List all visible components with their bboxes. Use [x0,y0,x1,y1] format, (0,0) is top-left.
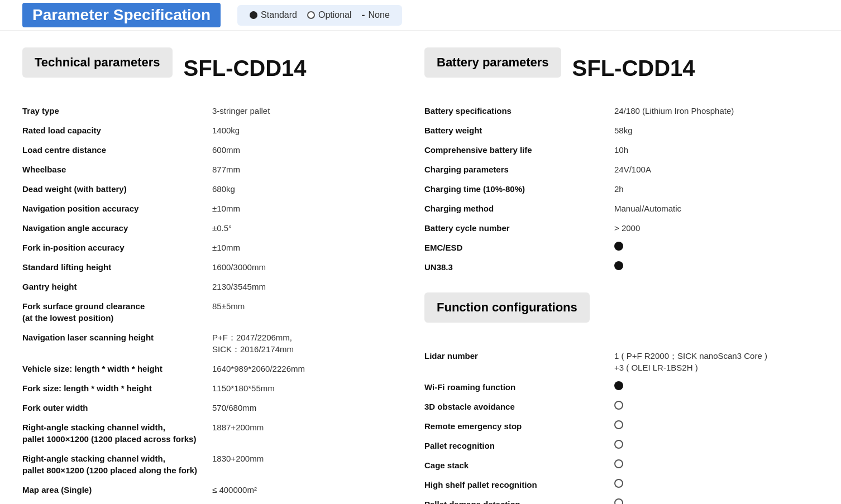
table-row: Gantry height2130/3545mm [22,277,402,296]
table-row: Wheelbase877mm [22,160,402,179]
param-label: Right-angle stacking channel width, pall… [22,453,212,476]
param-value [614,459,819,471]
header: Parameter Specification Standard Optiona… [0,0,841,31]
function-header-row: Function configurations [424,292,819,334]
table-row: Dead weight (with battery)680kg [22,179,402,199]
param-value: 1150*180*55mm [212,382,402,394]
param-label: Navigation position accuracy [22,203,212,214]
param-value: 85±5mm [212,300,402,312]
param-label: Navigation laser scanning height [22,332,212,343]
param-label: Load centre distance [22,144,212,156]
table-row: Battery specifications24/180 (Lithium Ir… [424,101,819,121]
table-row: Navigation angle accuracy±0.5° [22,218,402,238]
table-row: Fork surface ground clearance (at the lo… [22,296,402,328]
empty-dot-icon [614,459,623,468]
param-value: 570/680mm [212,402,402,414]
param-label: Gantry height [22,281,212,292]
param-label: Cage stack [424,459,614,471]
param-value: 1640*989*2060/2226mm [212,363,402,375]
param-label: Comprehensive battery life [424,144,614,156]
param-label: Map area (Single) [22,484,212,496]
optional-dot-icon [307,11,315,19]
table-row: Tray type3-stringer pallet [22,101,402,121]
param-label: Fork outer width [22,402,212,414]
param-value: Manual/Automatic [614,203,819,214]
none-label: None [369,10,390,20]
param-value: ±10mm [212,203,402,214]
param-value: ≤ 400000m² [212,484,402,496]
param-value: 3-stringer pallet [212,105,402,117]
legend: Standard Optional - None [237,5,402,26]
empty-dot-icon [614,479,623,488]
param-label: Charging parameters [424,164,614,175]
legend-optional: Optional [307,10,352,20]
table-row: Wi-Fi roaming function [424,377,819,397]
empty-dot-icon [614,401,623,410]
param-label: Fork in-position accuracy [22,242,212,253]
param-value: 680kg [212,183,402,195]
table-row: Lidar number1 ( P+F R2000；SICK nanoScan3… [424,346,819,377]
page-title: Parameter Specification [22,3,221,27]
filled-dot-icon [614,242,623,251]
param-value: > 2000 [614,222,819,234]
battery-model: SFL-CDD14 [572,56,695,81]
param-value: 2130/3545mm [212,281,402,292]
empty-dot-icon [614,420,623,429]
optional-label: Optional [318,10,352,20]
standard-dot-icon [250,11,257,19]
table-row: Remote emergency stop [424,416,819,436]
function-table: Lidar number1 ( P+F R2000；SICK nanoScan3… [424,346,819,504]
param-value: ±0.5° [212,222,402,234]
technical-section-label: Technical parameters [22,47,173,78]
param-label: Remote emergency stop [424,420,614,432]
filled-dot-icon [614,381,623,390]
param-value: 877mm [212,164,402,175]
table-row: Right-angle stacking channel width, pall… [22,449,402,480]
technical-table: Tray type3-stringer palletRated load cap… [22,101,402,504]
param-value [614,440,819,452]
table-row: Battery cycle number> 2000 [424,218,819,238]
table-row: Fork outer width570/680mm [22,398,402,417]
param-label: Rated load capacity [22,124,212,136]
technical-model: SFL-CDD14 [184,56,307,81]
function-section-label: Function configurations [424,292,590,323]
param-value [614,381,819,393]
param-value [614,498,819,504]
table-row: Cage stack [424,455,819,475]
param-label: Tray type [22,105,212,117]
param-label: 3D obstacle avoidance [424,401,614,412]
table-row: Standard lifting height1600/3000mm [22,257,402,277]
param-value: 24/180 (Lithium Iron Phosphate) [614,105,819,117]
param-label: Right-angle stacking channel width, pall… [22,421,212,445]
table-row: Map area (Single)≤ 400000m² [22,480,402,500]
param-label: Fork size: length * width * height [22,382,212,394]
param-value [614,420,819,432]
param-value: 1887+200mm [212,421,402,433]
right-column: Battery parameters SFL-CDD14 Battery spe… [424,47,819,504]
param-label: Fork surface ground clearance (at the lo… [22,300,212,324]
battery-header-row: Battery parameters SFL-CDD14 [424,47,819,89]
param-label: Pallet recognition [424,440,614,452]
param-label: Vehicle size: length * width * height [22,363,212,375]
table-row: Vehicle size: length * width * height164… [22,359,402,378]
table-row: Charging parameters24V/100A [424,160,819,179]
battery-table: Battery specifications24/180 (Lithium Ir… [424,101,819,277]
param-value: P+F：2047/2206mm, SICK：2016/2174mm [212,332,402,355]
table-row: Minimum turning radius1182+200mm [22,500,402,504]
param-label: Battery specifications [424,105,614,117]
param-value: 1600/3000mm [212,261,402,273]
table-row: Navigation laser scanning heightP+F：2047… [22,328,402,359]
battery-section-label: Battery parameters [424,47,561,78]
legend-none: - None [362,9,390,21]
param-label: Wheelbase [22,164,212,175]
param-label: Navigation angle accuracy [22,222,212,234]
table-row: Pallet damage detection [424,495,819,504]
param-label: EMC/ESD [424,242,614,253]
table-row: Charging methodManual/Automatic [424,199,819,218]
table-row: Rated load capacity1400kg [22,121,402,140]
param-label: Battery weight [424,124,614,136]
table-row: Navigation position accuracy±10mm [22,199,402,218]
none-dash: - [362,9,365,21]
param-value: 600mm [212,144,402,156]
param-value [614,401,819,412]
